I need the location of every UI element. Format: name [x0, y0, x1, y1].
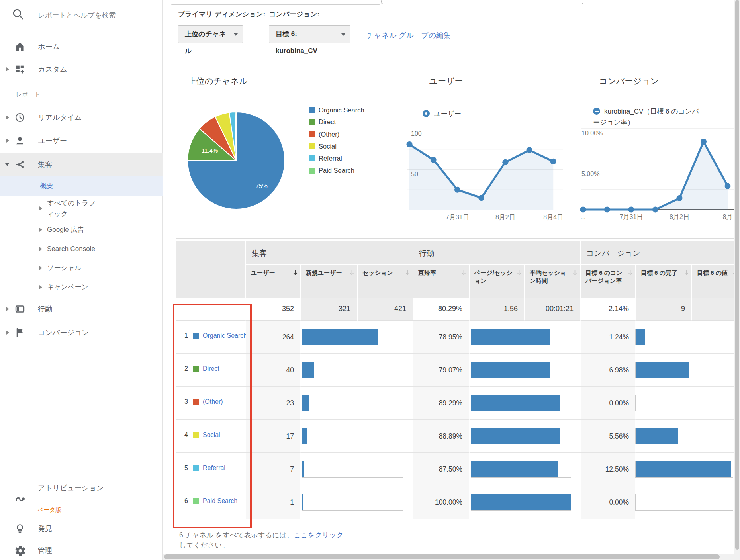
add-segment-box-partial[interactable] [381, 0, 583, 4]
sidebar-item-Google 広告[interactable]: Google 広告 [0, 220, 163, 239]
sort-arrow-icon[interactable] [461, 270, 466, 276]
vertical-scrollbar[interactable] [734, 0, 740, 560]
data-point[interactable] [701, 139, 707, 145]
users-legend[interactable]: ユーザー [423, 109, 461, 118]
users-bar [301, 321, 413, 354]
attribution-icon [14, 493, 25, 504]
primary-dimension-dropdown[interactable]: 上位のチャネル [178, 25, 243, 43]
edit-channel-group-link[interactable]: チャネル グループの編集 [366, 30, 451, 40]
conversion-dropdown[interactable]: 目標 6: kurobina_CV [269, 25, 350, 43]
column-header-目標 6 の完了[interactable]: 目標 6 の完了 [636, 265, 692, 298]
data-point[interactable] [550, 159, 556, 164]
channels-pie-chart[interactable]: 75%11.4% [170, 96, 302, 229]
horizontal-scrollbar-thumb[interactable] [164, 554, 720, 559]
expand-icon[interactable] [6, 139, 9, 143]
sidebar-item-カスタム[interactable]: カスタム [0, 59, 163, 80]
sort-arrow-icon[interactable] [349, 270, 354, 276]
users-line-chart[interactable]: 10050...7月31日8月2日8月4日 [400, 119, 564, 225]
legend-item-Referral[interactable]: Referral [309, 153, 342, 164]
totals-value: 321 [301, 298, 358, 321]
bounce-rate-bar [470, 354, 581, 387]
expand-icon[interactable] [6, 116, 9, 119]
sort-arrow-icon[interactable] [572, 270, 578, 276]
expand-icon[interactable] [6, 331, 9, 335]
sidebar-item-行動[interactable]: 行動 [0, 298, 163, 320]
legend-item-(Other)[interactable]: (Other) [309, 129, 339, 140]
column-header-新規ユーザー[interactable]: 新規ユーザー [301, 265, 358, 298]
legend-item-Organic Search[interactable]: Organic Search [309, 104, 364, 116]
sort-arrow-icon[interactable] [628, 270, 633, 276]
data-point[interactable] [527, 147, 532, 153]
sidebar-item-リアルタイム[interactable]: リアルタイム [0, 107, 163, 128]
search-icon[interactable] [11, 7, 25, 22]
expand-icon[interactable] [39, 206, 42, 210]
expand-icon[interactable] [39, 247, 42, 251]
collapse-icon[interactable] [5, 163, 9, 166]
sidebar-item-Search Console[interactable]: Search Console [0, 239, 163, 258]
legend-swatch [309, 107, 315, 113]
column-header-ユーザー[interactable]: ユーザー [246, 265, 301, 298]
channel-link[interactable]: Direct [203, 365, 219, 372]
legend-item-Paid Search[interactable]: Paid Search [309, 165, 354, 176]
horizontal-scrollbar[interactable] [163, 554, 740, 560]
data-point[interactable] [454, 187, 460, 193]
expand-icon[interactable] [39, 285, 42, 289]
data-point[interactable] [431, 157, 437, 163]
show-all-channels-link[interactable]: ここをクリック [294, 531, 343, 539]
data-point[interactable] [580, 207, 586, 213]
vertical-scrollbar-thumb[interactable] [735, 0, 739, 550]
x-axis-label: 8月 [723, 213, 733, 220]
channel-link[interactable]: Organic Search [203, 332, 246, 339]
expand-icon[interactable] [39, 228, 42, 232]
channel-link[interactable]: (Other) [203, 398, 223, 405]
segment-box-partial[interactable] [170, 0, 382, 5]
data-point[interactable] [677, 195, 683, 201]
sidebar-item-集客[interactable]: 集客 [0, 153, 163, 176]
sidebar-item-アトリビューション[interactable]: アトリビューションベータ版 [0, 479, 163, 518]
channel-link[interactable]: Referral [203, 464, 225, 471]
column-header-目標 6 の値[interactable]: 目標 6 の値 [692, 265, 740, 298]
sort-arrow-icon[interactable] [293, 270, 298, 276]
data-point[interactable] [502, 159, 508, 165]
column-header-セッション[interactable]: セッション [358, 265, 413, 298]
channel-link[interactable]: Paid Search [203, 497, 237, 504]
bounce-rate-bar [470, 387, 581, 420]
sidebar-item-キャンペーン[interactable]: キャンペーン [0, 278, 163, 297]
column-header-目標 6 のコンバージョン率[interactable]: 目標 6 のコンバージョン率 [581, 265, 636, 298]
sidebar-item-すべてのトラフィック[interactable]: すべてのトラフィック [0, 196, 163, 220]
expand-icon[interactable] [6, 307, 9, 311]
search-input[interactable]: レポートとヘルプを検索 [38, 10, 116, 20]
column-header-直帰率[interactable]: 直帰率 [413, 265, 470, 298]
sidebar-item-概要[interactable]: 概要 [0, 176, 163, 196]
data-point[interactable] [407, 141, 413, 147]
bounce-rate-bar [470, 420, 581, 453]
sidebar-item-ユーザー[interactable]: ユーザー [0, 130, 163, 151]
sidebar-item-ホーム[interactable]: ホーム [0, 36, 163, 57]
sidebar-item-ソーシャル[interactable]: ソーシャル [0, 258, 163, 278]
bounce-rate-value: 89.29% [413, 387, 470, 420]
legend-swatch [309, 168, 315, 174]
sort-arrow-icon[interactable] [684, 270, 689, 276]
expand-icon[interactable] [6, 67, 9, 71]
conversions-line-chart[interactable]: 10.00%5.00%...7月31日8月2日8月 [578, 119, 734, 225]
sidebar-item-管理[interactable]: 管理 [0, 541, 163, 560]
column-header-ページ/セッション[interactable]: ページ/セッション [470, 265, 525, 298]
sidebar-item-コンバージョン[interactable]: コンバージョン [0, 322, 163, 343]
conversion-rate-bar [636, 453, 740, 486]
expand-icon[interactable] [39, 266, 42, 270]
table-row-label-Direct: 2Direct [176, 354, 246, 387]
data-point[interactable] [628, 207, 634, 213]
channel-link[interactable]: Social [203, 431, 220, 438]
sort-arrow-icon[interactable] [405, 270, 410, 276]
sidebar-item-発見[interactable]: 発見 [0, 518, 163, 539]
data-point[interactable] [725, 183, 731, 189]
conversion-label: コンバージョン: [269, 10, 319, 19]
data-point[interactable] [604, 207, 610, 213]
column-header-平均セッション時間[interactable]: 平均セッション時間 [525, 265, 581, 298]
group-header-conversions: コンバージョン [581, 241, 740, 265]
sort-arrow-icon[interactable] [517, 270, 522, 276]
data-point[interactable] [478, 195, 484, 201]
data-point[interactable] [652, 207, 658, 213]
legend-item-Social[interactable]: Social [309, 141, 337, 152]
legend-item-Direct[interactable]: Direct [309, 116, 336, 127]
